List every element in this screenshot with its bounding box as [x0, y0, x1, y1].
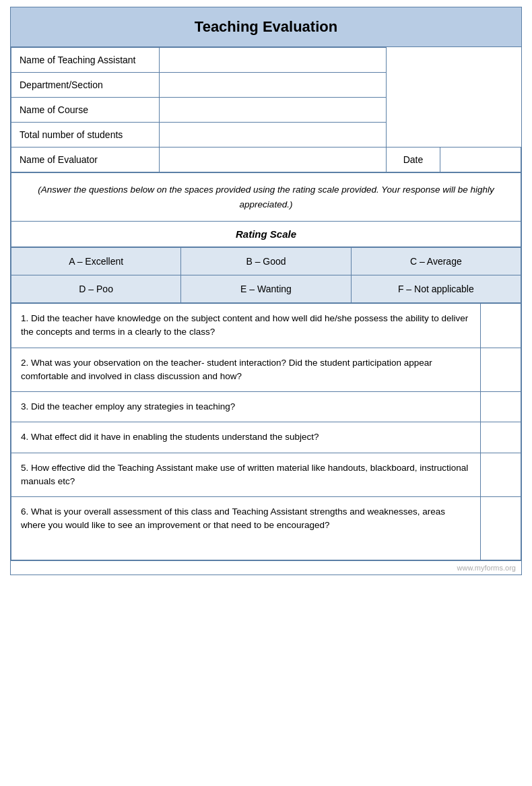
question-row-5: 5. How effective did the Teaching Assist…	[11, 453, 521, 497]
question-6-text: 6. What is your overall assessment of th…	[11, 497, 481, 560]
question-row-6: 6. What is your overall assessment of th…	[11, 497, 521, 560]
rating-a: A – Excellent	[11, 248, 181, 275]
students-value[interactable]	[160, 123, 387, 148]
question-row-3: 3. Did the teacher employ any strategies…	[11, 392, 521, 422]
evaluator-label: Name of Evaluator	[11, 148, 160, 172]
info-table: Name of Teaching Assistant Department/Se…	[11, 47, 521, 172]
date-label: Date	[387, 148, 440, 172]
question-6-answer[interactable]	[481, 497, 521, 560]
question-2-text: 2. What was your observation on the teac…	[11, 348, 481, 392]
ta-row: Name of Teaching Assistant	[11, 48, 521, 73]
question-5-text: 5. How effective did the Teaching Assist…	[11, 453, 481, 497]
rating-b: B – Good	[181, 248, 351, 275]
ta-label: Name of Teaching Assistant	[11, 48, 160, 73]
form-container: Teaching Evaluation Name of Teaching Ass…	[10, 7, 522, 575]
question-4-answer[interactable]	[481, 422, 521, 453]
instruction-text: (Answer the questions below on the space…	[11, 172, 521, 222]
question-1-text: 1. Did the teacher have knowledge on the…	[11, 304, 481, 348]
rating-row-1: A – Excellent B – Good C – Average	[11, 248, 521, 275]
students-row: Total number of students	[11, 123, 521, 148]
question-row-1: 1. Did the teacher have knowledge on the…	[11, 304, 521, 348]
ta-value[interactable]	[160, 48, 387, 73]
rating-scale-grid: A – Excellent B – Good C – Average D – P…	[11, 247, 521, 303]
question-4-text: 4. What effect did it have in enabling t…	[11, 422, 481, 453]
form-title: Teaching Evaluation	[11, 7, 521, 47]
dept-label: Department/Section	[11, 73, 160, 98]
rating-row-2: D – Poo E – Wanting F – Not applicable	[11, 275, 521, 303]
course-label: Name of Course	[11, 98, 160, 123]
question-5-answer[interactable]	[481, 453, 521, 497]
question-1-answer[interactable]	[481, 304, 521, 348]
question-row-4: 4. What effect did it have in enabling t…	[11, 422, 521, 453]
dept-value[interactable]	[160, 73, 387, 98]
students-label: Total number of students	[11, 123, 160, 148]
evaluator-value[interactable]	[160, 148, 387, 172]
evaluator-row: Name of Evaluator Date	[11, 148, 521, 172]
question-3-answer[interactable]	[481, 392, 521, 422]
question-row-2: 2. What was your observation on the teac…	[11, 348, 521, 392]
rating-d: D – Poo	[11, 275, 181, 303]
dept-row: Department/Section	[11, 73, 521, 98]
watermark: www.myforms.org	[11, 560, 521, 575]
rating-scale-header: Rating Scale	[11, 222, 521, 247]
date-value[interactable]	[440, 148, 521, 172]
questions-table: 1. Did the teacher have knowledge on the…	[11, 303, 521, 560]
rating-f: F – Not applicable	[351, 275, 521, 303]
course-row: Name of Course	[11, 98, 521, 123]
question-3-text: 3. Did the teacher employ any strategies…	[11, 392, 481, 422]
rating-e: E – Wanting	[181, 275, 351, 303]
rating-c: C – Average	[351, 248, 521, 275]
question-2-answer[interactable]	[481, 348, 521, 392]
course-value[interactable]	[160, 98, 387, 123]
